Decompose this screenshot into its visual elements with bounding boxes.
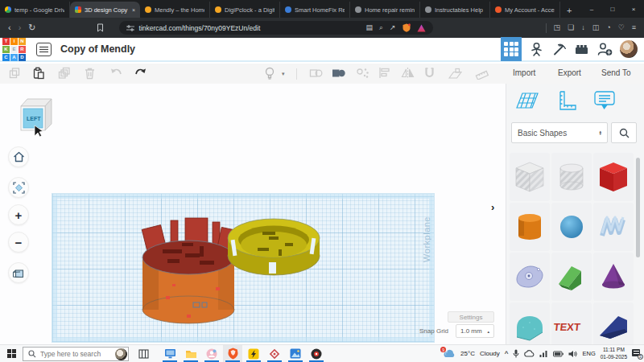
app-file-explorer[interactable] <box>181 345 200 362</box>
new-tab-button[interactable]: + <box>567 6 572 15</box>
redo-button[interactable] <box>134 67 147 78</box>
snap-magnet-button[interactable] <box>423 67 436 80</box>
microphone-icon[interactable] <box>513 349 519 358</box>
extensions-icon[interactable]: ◳ <box>554 24 561 31</box>
tinkercad-logo[interactable]: T I N K E R C A D <box>2 38 26 61</box>
search-highlight-image[interactable] <box>115 348 127 360</box>
tab-tinkercad-design[interactable]: 3D design Copy o× <box>70 2 140 18</box>
viewport[interactable]: Workplane <box>0 84 506 344</box>
align-button[interactable] <box>378 67 390 79</box>
volume-icon[interactable] <box>568 350 577 358</box>
shape-scribble[interactable] <box>593 203 634 251</box>
panel-scrollbar[interactable] <box>636 158 640 257</box>
blocks-gingerbread-icon[interactable] <box>529 42 544 57</box>
undo-button[interactable] <box>109 67 123 78</box>
app-remote-desktop[interactable] <box>160 345 180 362</box>
fit-view-button[interactable] <box>8 177 29 198</box>
onedrive-icon[interactable] <box>524 350 535 357</box>
weather-temperature[interactable]: 25°C <box>460 350 475 357</box>
network-signal-icon[interactable] <box>539 350 548 357</box>
panel-collapse-button[interactable]: › <box>491 201 494 213</box>
task-view-button[interactable] <box>138 349 149 359</box>
show-all-caret-icon[interactable]: ▾ <box>282 71 285 77</box>
clock[interactable]: 11:11 PM 01-09-2025 <box>601 347 627 361</box>
ungroup-button[interactable] <box>332 67 345 79</box>
send-to-button[interactable]: Send To <box>601 68 631 77</box>
tab-my-account[interactable]: My Account - Access <box>490 2 560 18</box>
language-indicator[interactable]: ENG <box>582 350 595 357</box>
close-tab-icon[interactable]: × <box>132 7 135 13</box>
workplane-tool-button[interactable] <box>448 67 463 80</box>
tab-instructables-help[interactable]: Instructables Help <box>420 2 490 18</box>
settings-button[interactable]: Settings <box>448 311 494 323</box>
design-properties-button[interactable] <box>36 43 52 56</box>
ruler-helper-icon[interactable] <box>556 90 577 111</box>
reload-button[interactable]: ↻ <box>28 23 35 32</box>
avatar[interactable] <box>620 40 638 58</box>
shape-wedge[interactable] <box>593 302 634 344</box>
browser-essentials-icon[interactable]: ♡ <box>618 24 625 31</box>
forward-button[interactable]: › <box>19 23 22 32</box>
zoom-in-button[interactable]: + <box>8 204 29 225</box>
copy-button[interactable] <box>8 67 21 80</box>
tab-mendly[interactable]: Mendly – the Home M <box>140 2 210 18</box>
shape-category-select[interactable]: Basic Shapes ▴▾ <box>511 122 608 143</box>
snap-grid-select[interactable]: 1.0 mm ▴ <box>456 324 494 338</box>
shape-cylinder[interactable] <box>510 203 550 251</box>
import-button[interactable]: Import <box>513 68 535 77</box>
app-shareit[interactable] <box>244 345 263 362</box>
ruler-tool-button[interactable] <box>475 67 489 80</box>
taskbar-search[interactable] <box>23 347 129 361</box>
design-model[interactable] <box>121 208 394 325</box>
delete-button[interactable] <box>84 67 96 80</box>
show-all-bulb-button[interactable] <box>264 67 275 80</box>
copilot-icon[interactable]: ◔ <box>606 24 610 31</box>
view-cube[interactable]: LEFT <box>13 93 53 138</box>
duplicate-button[interactable] <box>58 67 71 80</box>
paste-button[interactable] <box>32 67 45 80</box>
shape-text[interactable]: TEXT <box>551 302 592 344</box>
tab-google-drive[interactable]: temp - Google Drive <box>0 2 70 18</box>
mirror-button[interactable] <box>401 67 415 79</box>
app-people[interactable] <box>202 345 221 362</box>
shape-round-roof[interactable] <box>510 302 550 344</box>
shape-hole-cylinder[interactable] <box>551 153 592 201</box>
shape-extrusion[interactable] <box>510 253 550 301</box>
weather-widget[interactable]: 9 <box>444 349 456 358</box>
shape-sphere[interactable] <box>551 203 592 251</box>
tray-expand-chevron[interactable]: ^ <box>505 350 509 357</box>
group-button[interactable] <box>309 67 323 79</box>
split-screen-icon[interactable]: ◫ <box>592 24 600 31</box>
shape-search-button[interactable] <box>611 122 637 143</box>
perspective-toggle-button[interactable] <box>8 262 29 283</box>
close-window-button[interactable]: × <box>623 0 644 18</box>
reading-mode-icon[interactable]: ▤ <box>365 24 373 31</box>
share-icon[interactable]: ↗ <box>390 24 396 31</box>
shape-cone[interactable] <box>593 253 634 301</box>
scatter-button[interactable] <box>356 67 369 79</box>
tab-smart-homefix[interactable]: Smart HomeFix Remi <box>280 2 350 18</box>
site-info-icon[interactable] <box>126 25 134 31</box>
zoom-out-button[interactable]: − <box>8 232 29 253</box>
home-view-button[interactable] <box>8 146 29 167</box>
app-photos[interactable] <box>286 345 305 362</box>
search-input[interactable] <box>40 350 111 358</box>
zoom-page-icon[interactable]: ⌕ <box>379 24 383 31</box>
tab-home-repair[interactable]: Home repair reminde <box>350 2 420 18</box>
battery-icon[interactable] <box>553 351 564 357</box>
workplane-helper-icon[interactable] <box>514 90 540 111</box>
browser-menu-icon[interactable]: ≡ <box>632 24 636 31</box>
notification-center-button[interactable]: 5 <box>632 349 642 359</box>
weather-condition[interactable]: Cloudy <box>480 350 500 357</box>
back-button[interactable]: ‹ <box>8 23 11 32</box>
collaborate-add-person-icon[interactable] <box>597 42 613 56</box>
maximize-button[interactable]: □ <box>602 0 623 18</box>
bookmark-icon[interactable] <box>97 23 104 32</box>
export-button[interactable]: Export <box>558 68 581 77</box>
tab-digipclock[interactable]: DigiPclock - a Digital <box>210 2 280 18</box>
url-bar[interactable]: tinkercad.com/things/70ny09YEzUn/edit ▤ … <box>119 21 433 35</box>
start-button[interactable] <box>0 349 23 358</box>
warning-triangle-icon[interactable] <box>417 24 426 32</box>
app-brave[interactable] <box>223 345 242 362</box>
collections-icon[interactable]: ❏ <box>568 24 574 31</box>
